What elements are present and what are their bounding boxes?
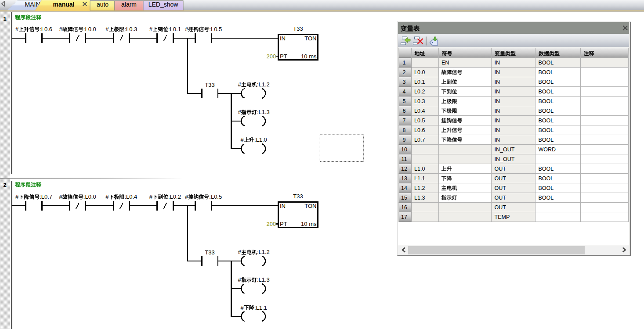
svg-text:OUT: OUT — [495, 185, 507, 191]
svg-text:IN: IN — [495, 137, 500, 143]
svg-text:T33: T33 — [205, 249, 214, 256]
svg-text:OUT: OUT — [495, 195, 507, 201]
svg-text:BOOL: BOOL — [539, 79, 554, 85]
svg-text:BOOL: BOOL — [539, 118, 554, 124]
svg-text::L0.1: :L0.1 — [168, 26, 181, 32]
svg-text:3: 3 — [403, 79, 406, 85]
svg-text::L1.0: :L1.0 — [254, 136, 267, 143]
svg-text:200: 200 — [266, 221, 276, 227]
svg-text:BOOL: BOOL — [539, 127, 554, 133]
svg-text:#: # — [241, 304, 244, 311]
svg-text::L1.3: :L1.3 — [257, 276, 270, 283]
svg-text:#: # — [241, 136, 244, 143]
svg-text:BOOL: BOOL — [539, 175, 554, 182]
svg-text:BOOL: BOOL — [539, 98, 554, 104]
svg-text:BOOL: BOOL — [539, 166, 554, 172]
svg-text:L0.5: L0.5 — [414, 118, 425, 124]
svg-text:#: # — [15, 193, 19, 200]
svg-text:PT: PT — [280, 53, 287, 60]
svg-text:1: 1 — [3, 15, 6, 22]
svg-text:L0.2: L0.2 — [414, 89, 425, 95]
svg-text:BOOL: BOOL — [539, 195, 554, 201]
svg-text:1: 1 — [403, 60, 406, 66]
svg-text:L1.1: L1.1 — [414, 175, 425, 182]
svg-text:6: 6 — [403, 108, 406, 114]
svg-text:BOOL: BOOL — [539, 185, 554, 191]
svg-text:L0.6: L0.6 — [414, 127, 425, 133]
svg-text:#: # — [149, 193, 153, 200]
svg-text:IN: IN — [495, 127, 500, 133]
svg-text:EN: EN — [441, 60, 449, 66]
svg-text:#: # — [59, 193, 63, 200]
svg-text::L0.5: :L0.5 — [209, 193, 222, 200]
svg-text:IN: IN — [280, 35, 286, 42]
svg-text:OUT: OUT — [495, 204, 507, 211]
svg-text:LED_show: LED_show — [148, 1, 179, 8]
svg-text:IN: IN — [495, 118, 500, 124]
svg-text:7: 7 — [403, 118, 406, 124]
svg-text:13: 13 — [401, 175, 407, 182]
svg-text:L1.3: L1.3 — [414, 195, 425, 201]
svg-text:IN: IN — [495, 79, 500, 85]
svg-text::L0.0: :L0.0 — [83, 26, 96, 32]
svg-text:#: # — [238, 109, 242, 115]
svg-text::L0.5: :L0.5 — [209, 26, 222, 32]
svg-text:WORD: WORD — [539, 147, 556, 153]
svg-text:IN_OUT: IN_OUT — [495, 156, 515, 162]
svg-text:5: 5 — [403, 98, 406, 104]
svg-text:14: 14 — [401, 185, 407, 191]
svg-text:#: # — [59, 26, 63, 32]
svg-text:16: 16 — [401, 204, 407, 211]
svg-text:11: 11 — [402, 156, 407, 162]
svg-text:10 ms: 10 ms — [301, 221, 317, 227]
svg-text:10: 10 — [401, 147, 407, 153]
svg-text:12: 12 — [401, 166, 407, 172]
svg-text:9: 9 — [403, 137, 406, 143]
svg-text:15: 15 — [401, 195, 407, 201]
svg-text:auto: auto — [97, 1, 109, 8]
svg-text:4: 4 — [403, 89, 406, 95]
svg-text:PT: PT — [280, 221, 287, 227]
svg-text:T33: T33 — [205, 82, 214, 88]
svg-text:BOOL: BOOL — [539, 89, 554, 95]
svg-text:#: # — [238, 81, 242, 88]
svg-text::L1.2: :L1.2 — [257, 81, 270, 88]
svg-text:L0.0: L0.0 — [414, 69, 425, 75]
svg-text:OUT: OUT — [495, 175, 507, 182]
svg-text:manual: manual — [53, 1, 74, 8]
svg-text:IN: IN — [495, 89, 500, 95]
svg-text:IN_OUT: IN_OUT — [495, 147, 515, 153]
svg-text:BOOL: BOOL — [539, 108, 554, 114]
svg-text:2: 2 — [403, 69, 406, 75]
svg-text:T33: T33 — [293, 193, 303, 200]
svg-text:TEMP: TEMP — [495, 214, 510, 220]
svg-text:#: # — [105, 193, 109, 200]
svg-text:8: 8 — [403, 127, 406, 133]
svg-text:200: 200 — [266, 53, 276, 60]
svg-text:2: 2 — [3, 182, 6, 188]
svg-text:#: # — [105, 26, 109, 32]
svg-text:L0.7: L0.7 — [414, 137, 425, 143]
svg-text:#: # — [149, 26, 153, 32]
svg-text:10 ms: 10 ms — [301, 53, 317, 60]
svg-text::L0.4: :L0.4 — [124, 193, 137, 200]
svg-text:BOOL: BOOL — [539, 60, 554, 66]
svg-text:OUT: OUT — [495, 166, 507, 172]
svg-text::L0.6: :L0.6 — [40, 26, 52, 32]
svg-text:IN: IN — [495, 98, 500, 104]
svg-text::L0.7: :L0.7 — [40, 193, 52, 200]
svg-text:L0.1: L0.1 — [414, 79, 425, 85]
svg-text:IN: IN — [495, 108, 500, 114]
svg-text:L1.0: L1.0 — [414, 166, 425, 172]
svg-text:T33: T33 — [293, 25, 303, 32]
svg-text:17: 17 — [401, 214, 407, 220]
svg-text:IN: IN — [495, 69, 500, 75]
svg-text:IN: IN — [280, 203, 286, 209]
svg-text::L0.0: :L0.0 — [83, 193, 96, 200]
svg-text:#: # — [238, 249, 242, 255]
svg-text:TON: TON — [304, 35, 316, 42]
svg-text:TON: TON — [304, 203, 316, 209]
svg-text::L0.2: :L0.2 — [168, 193, 181, 200]
svg-text:BOOL: BOOL — [539, 137, 554, 143]
svg-text:L1.2: L1.2 — [414, 185, 425, 191]
